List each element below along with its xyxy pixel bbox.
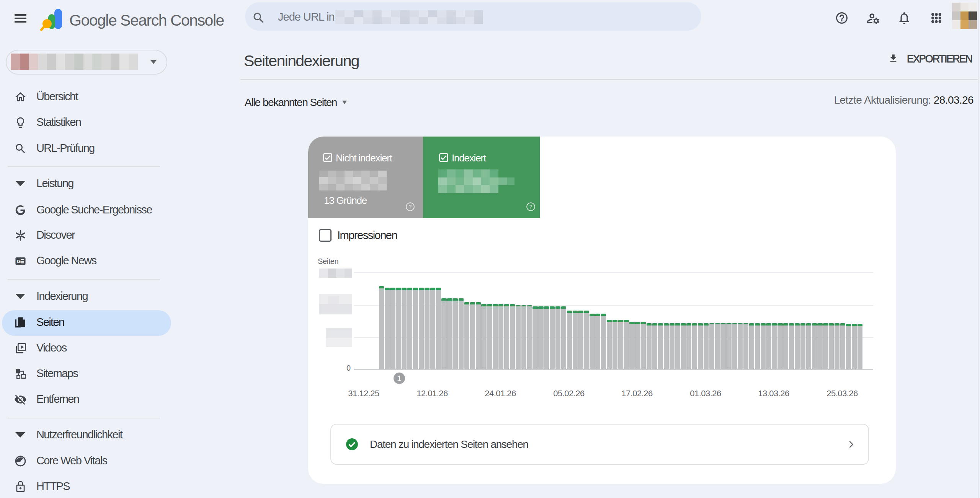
svg-text:?: ? (409, 204, 412, 210)
svg-text:G: G (16, 258, 20, 264)
svg-text:?: ? (529, 204, 532, 210)
